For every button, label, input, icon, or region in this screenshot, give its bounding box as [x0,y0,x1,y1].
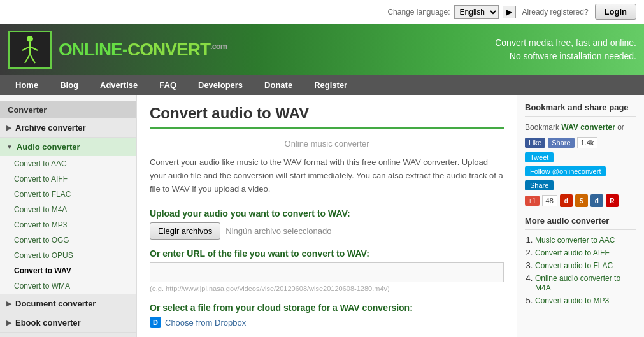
sidebar-group-archive: ▶ Archive converter [0,118,136,138]
facebook-row: Like Share 1.4k [525,137,636,148]
svg-point-0 [27,36,33,42]
sidebar-item-wav[interactable]: Convert to WAV [0,263,136,278]
ebook-label: Ebook converter [15,318,81,327]
nav-advertise[interactable]: Advertise [90,75,148,95]
dropbox-label: Choose from Dropbox [165,318,246,327]
url-hint: (e.g. http://www.jpl.nasa.gov/videos/vis… [150,285,504,292]
nav-register[interactable]: Register [304,75,357,95]
more-m4a-link[interactable]: Online audio converter to M4A [535,274,620,292]
language-select[interactable]: English [454,5,499,19]
more-flac-link[interactable]: Convert audio to FLAC [535,261,613,270]
sidebar-item-mp3[interactable]: Convert to MP3 [0,217,136,233]
twitter-tweet-row: Tweet [525,152,636,162]
url-input[interactable] [150,262,504,282]
sidebar-group-header-document[interactable]: ▶ Document converter [0,294,136,313]
sidebar-item-ogg[interactable]: Convert to OGG [0,233,136,248]
gplus-button[interactable]: +1 [525,196,540,206]
sidebar-group-audio: ▼ Audio converter Convert to AAC Convert… [0,138,136,294]
audio-label: Audio converter [17,142,80,152]
cloud-label: Or select a file from your cloud storage… [150,303,504,313]
tagline-line2: No software installation needed. [495,50,636,63]
wav-converter-link[interactable]: WAV converter [561,123,615,132]
tagline-line1: Convert media free, fast and online. [495,36,636,50]
file-input-row: Elegir archivos Ningún archivo seleccion… [150,222,504,240]
stumble-icon[interactable]: S [575,194,588,207]
reddit-icon[interactable]: R [606,194,619,207]
archive-label: Archive converter [15,123,86,133]
logo-area: ONLINE-CONVERT.com [8,31,227,69]
no-file-text: Ningún archivo seleccionado [225,226,331,236]
bookmark-text: Bookmark WAV converter or [525,123,636,132]
more-converter-list: Music converter to AAC Convert audio to … [525,235,636,305]
header-tagline: Convert media free, fast and online. No … [495,36,636,63]
facebook-like-button[interactable]: Like [525,138,545,148]
sidebar-group-header-ebook[interactable]: ▶ Ebook converter [0,313,136,332]
sidebar-group-hash: ▶ Hash encryption [0,333,136,337]
nav-home[interactable]: Home [5,75,48,95]
gplus-count: 48 [542,195,557,206]
nav-faq[interactable]: FAQ [149,75,187,95]
nav-bar: Home Blog Advertise FAQ Developers Donat… [0,75,644,95]
sidebar-item-flac[interactable]: Convert to FLAC [0,187,136,202]
gplus-row: +1 48 d S d R [525,194,636,207]
bookmark-or: or [615,123,624,132]
social-icons: d S d R [560,194,619,207]
language-section: Change language: English ▶ [387,5,515,19]
description: Convert your audio like music to the WAV… [150,156,504,196]
list-item: Convert audio to AIFF [535,248,636,257]
subtitle: Online music converter [150,139,504,148]
choose-file-button[interactable]: Elegir archivos [150,222,220,240]
document-arrow-icon: ▶ [6,300,11,307]
more-mp3-link[interactable]: Convert audio to MP3 [535,296,609,305]
more-aac-link[interactable]: Music converter to AAC [535,236,615,245]
sidebar-group-header-archive[interactable]: ▶ Archive converter [0,118,136,137]
follow-button[interactable]: Follow @onlineconvert [525,166,606,176]
content-area: Convert audio to WAV Online music conver… [137,95,517,337]
dropbox-button[interactable]: D Choose from Dropbox [150,317,504,328]
facebook-count: 1.4k [577,137,598,148]
sidebar-item-opus[interactable]: Convert to OPUS [0,248,136,263]
logo-text-part2: CONVERT [127,39,210,59]
sidebar-group-document: ▶ Document converter [0,294,136,313]
document-label: Document converter [15,299,96,308]
linkedin-share-button[interactable]: Share [525,180,554,190]
audio-arrow-icon: ▼ [6,143,13,150]
more-aiff-link[interactable]: Convert audio to AIFF [535,248,610,257]
digg-icon[interactable]: d [590,194,603,207]
nav-donate[interactable]: Donate [254,75,303,95]
login-button[interactable]: Login [595,4,636,20]
sidebar-item-m4a[interactable]: Convert to M4A [0,202,136,217]
more-converter-title: More audio converter [525,216,636,230]
delicious-icon[interactable]: d [560,194,573,207]
svg-line-5 [30,54,35,63]
sidebar-item-aac[interactable]: Convert to AAC [0,156,136,171]
twitter-follow-row: Follow @onlineconvert [525,166,636,176]
svg-line-3 [30,47,38,50]
sidebar-group-ebook: ▶ Ebook converter [0,313,136,333]
upload-label: Upload your audio you want to convert to… [150,208,504,219]
url-label: Or enter URL of the file you want to con… [150,248,504,259]
tweet-button[interactable]: Tweet [525,152,554,162]
logo-box [8,31,52,69]
bookmark-text-prefix: Bookmark [525,123,561,132]
site-header: ONLINE-CONVERT.com Convert media free, f… [0,24,644,75]
logo-figure-icon [17,34,43,66]
logo-text: ONLINE-CONVERT.com [59,39,227,60]
facebook-share-button[interactable]: Share [548,138,574,148]
sidebar-item-wma[interactable]: Convert to WMA [0,278,136,294]
sidebar-group-header-audio[interactable]: ▼ Audio converter [0,138,136,156]
lang-arrow-button[interactable]: ▶ [503,6,516,18]
sidebar-group-header-hash[interactable]: ▶ Hash encryption [0,333,136,337]
main-container: Converter ▶ Archive converter ▼ Audio co… [0,95,644,337]
nav-blog[interactable]: Blog [50,75,89,95]
dropbox-icon: D [150,317,161,328]
list-item: Online audio converter to M4A [535,273,636,292]
logo-text-part1: ONLINE- [59,39,127,59]
ebook-arrow-icon: ▶ [6,319,11,326]
nav-developers[interactable]: Developers [188,75,253,95]
page-title: Convert audio to WAV [150,104,504,129]
lang-label: Change language: [387,8,450,17]
bookmark-title: Bookmark and share page [525,103,636,117]
sidebar-item-aiff[interactable]: Convert to AIFF [0,171,136,187]
top-bar: Change language: English ▶ Already regis… [0,0,644,24]
